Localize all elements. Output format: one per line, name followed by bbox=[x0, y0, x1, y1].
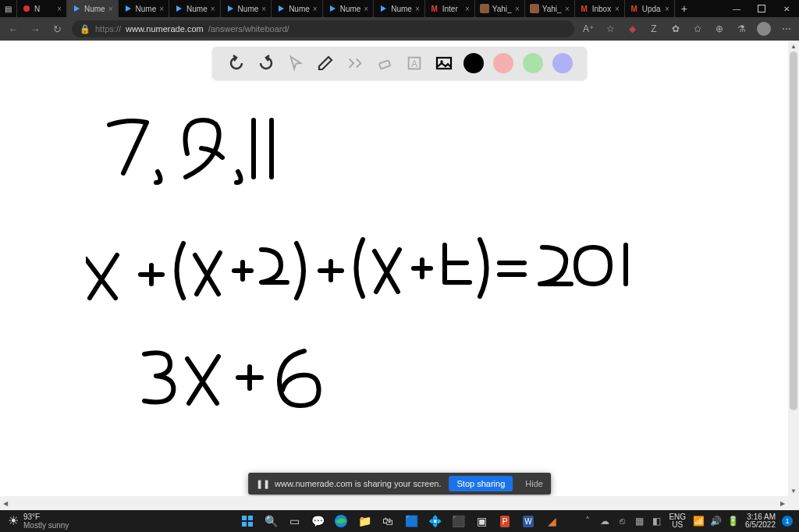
chat-button[interactable]: 💬 bbox=[309, 512, 326, 530]
menu-icon[interactable]: ⋯ bbox=[780, 23, 793, 35]
collections-icon[interactable]: ⊕ bbox=[713, 23, 726, 35]
close-icon[interactable]: × bbox=[261, 5, 266, 13]
close-icon[interactable]: × bbox=[313, 5, 318, 13]
performance-icon[interactable]: ⚗ bbox=[735, 23, 748, 35]
tab-9[interactable]: Yahi_ × bbox=[475, 0, 525, 17]
horizontal-scrollbar[interactable]: ◀ ▶ bbox=[0, 496, 788, 510]
url-domain: www.numerade.com bbox=[126, 24, 204, 34]
close-icon[interactable]: × bbox=[211, 5, 215, 13]
close-icon[interactable]: × bbox=[565, 5, 570, 13]
powerpoint-icon[interactable]: P bbox=[496, 512, 513, 530]
color-pink[interactable] bbox=[493, 53, 513, 73]
minimize-button[interactable]: — bbox=[724, 0, 749, 17]
ext-icon-1[interactable]: ◆ bbox=[626, 23, 638, 35]
edge-icon[interactable] bbox=[332, 512, 350, 530]
math-tool[interactable] bbox=[345, 53, 365, 73]
matlab-icon[interactable]: ◢ bbox=[543, 512, 560, 530]
chevron-up-icon[interactable]: ˄ bbox=[581, 515, 594, 527]
image-tool[interactable] bbox=[434, 53, 454, 73]
store-icon[interactable]: 🛍 bbox=[379, 512, 396, 530]
redo-button[interactable] bbox=[256, 53, 276, 73]
url-path: /answers/whiteboard/ bbox=[208, 24, 289, 34]
close-icon[interactable]: × bbox=[665, 5, 669, 13]
undo-button[interactable] bbox=[226, 53, 247, 73]
color-green[interactable] bbox=[523, 53, 543, 73]
back-button[interactable]: ← bbox=[6, 23, 20, 35]
site-icon bbox=[530, 4, 539, 13]
tray-icon-2[interactable]: ▦ bbox=[633, 515, 645, 527]
start-button[interactable] bbox=[239, 512, 256, 530]
text-tool[interactable]: A bbox=[404, 53, 424, 73]
tray-icon-3[interactable]: ◧ bbox=[650, 515, 662, 527]
url-input[interactable]: 🔒 https://www.numerade.com/answers/white… bbox=[72, 20, 574, 37]
tab-1[interactable]: Nume × bbox=[67, 0, 119, 17]
app-icon-3[interactable]: ▣ bbox=[473, 512, 490, 530]
tab-11[interactable]: M Inbox × bbox=[575, 0, 625, 17]
close-icon[interactable]: × bbox=[515, 5, 520, 13]
tab-8[interactable]: M Inter × bbox=[425, 0, 475, 17]
app-icon-1[interactable]: 🟦 bbox=[403, 512, 420, 530]
refresh-button[interactable]: ↻ bbox=[50, 23, 64, 35]
tab-0[interactable]: N × bbox=[17, 0, 67, 17]
tab-label: Inter bbox=[442, 5, 462, 13]
close-icon[interactable]: × bbox=[364, 5, 368, 13]
office-icon[interactable]: ⬛ bbox=[449, 512, 467, 530]
tab-4[interactable]: Nume × bbox=[221, 0, 272, 17]
scroll-thumb[interactable] bbox=[790, 51, 797, 410]
weather-widget[interactable]: ☀ 93°F Mostly sunny bbox=[0, 512, 76, 530]
battery-icon[interactable]: 🔋 bbox=[726, 515, 739, 527]
site-icon bbox=[480, 4, 489, 13]
tab-5[interactable]: Nume × bbox=[272, 0, 323, 17]
language-switch[interactable]: ENG US bbox=[669, 513, 686, 529]
taskview-button[interactable]: ▭ bbox=[286, 512, 303, 530]
ext-icon-2[interactable]: Z bbox=[648, 23, 660, 35]
onedrive-icon[interactable]: ☁ bbox=[598, 515, 611, 527]
favorites-icon[interactable]: ✩ bbox=[691, 23, 704, 35]
tab-3[interactable]: Nume × bbox=[169, 0, 221, 17]
tab-2[interactable]: Nume × bbox=[119, 0, 170, 17]
notification-badge[interactable]: 1 bbox=[782, 516, 793, 527]
close-window-button[interactable]: ✕ bbox=[774, 0, 799, 17]
color-black[interactable] bbox=[463, 53, 484, 73]
explorer-icon[interactable]: 📁 bbox=[356, 512, 373, 530]
scroll-up-icon[interactable]: ▲ bbox=[788, 41, 799, 51]
profile-avatar[interactable] bbox=[757, 22, 771, 36]
tab-btn[interactable]: ▤ bbox=[0, 0, 17, 17]
tab-7[interactable]: Nume × bbox=[374, 0, 425, 17]
new-tab-button[interactable]: + bbox=[675, 0, 694, 17]
search-button[interactable]: 🔍 bbox=[262, 512, 279, 530]
color-purple[interactable] bbox=[552, 53, 573, 73]
tab-12[interactable]: M Upda × bbox=[625, 0, 675, 17]
favorite-icon[interactable]: ☆ bbox=[604, 23, 616, 35]
stop-sharing-button[interactable]: Stop sharing bbox=[449, 476, 513, 491]
numerade-icon bbox=[225, 4, 235, 13]
close-icon[interactable]: × bbox=[465, 5, 470, 13]
wifi-icon[interactable]: 📶 bbox=[692, 515, 705, 527]
svg-rect-15 bbox=[242, 522, 247, 527]
tray-icon-1[interactable]: ⎋ bbox=[616, 515, 628, 527]
close-icon[interactable]: × bbox=[415, 5, 420, 13]
close-icon[interactable]: × bbox=[615, 5, 620, 13]
close-icon[interactable]: × bbox=[108, 5, 113, 13]
forward-button[interactable]: → bbox=[28, 23, 42, 35]
volume-icon[interactable]: 🔊 bbox=[709, 515, 722, 527]
read-aloud-icon[interactable]: A⁺ bbox=[582, 23, 595, 35]
maximize-button[interactable] bbox=[749, 0, 774, 17]
pen-tool[interactable] bbox=[315, 53, 336, 73]
hide-sharebar-button[interactable]: Hide bbox=[520, 476, 548, 491]
scroll-left-icon[interactable]: ◀ bbox=[0, 496, 11, 510]
eraser-tool[interactable] bbox=[375, 53, 395, 73]
tab-10[interactable]: Yahi_ × bbox=[525, 0, 575, 17]
scroll-down-icon[interactable]: ▼ bbox=[788, 485, 799, 496]
clock[interactable]: 3:16 AM 6/5/2022 bbox=[745, 513, 776, 529]
tab-6[interactable]: Nume × bbox=[323, 0, 375, 17]
scroll-right-icon[interactable]: ▶ bbox=[777, 496, 788, 510]
vertical-scrollbar[interactable]: ▲ ▼ bbox=[788, 41, 799, 496]
word-icon[interactable]: W bbox=[520, 512, 537, 530]
close-icon[interactable]: × bbox=[159, 5, 164, 13]
app-icon-2[interactable]: 💠 bbox=[426, 512, 443, 530]
select-tool[interactable] bbox=[286, 53, 306, 73]
whiteboard-canvas[interactable] bbox=[86, 111, 632, 438]
ext-icon-3[interactable]: ✿ bbox=[669, 23, 682, 35]
close-icon[interactable]: × bbox=[57, 5, 62, 13]
